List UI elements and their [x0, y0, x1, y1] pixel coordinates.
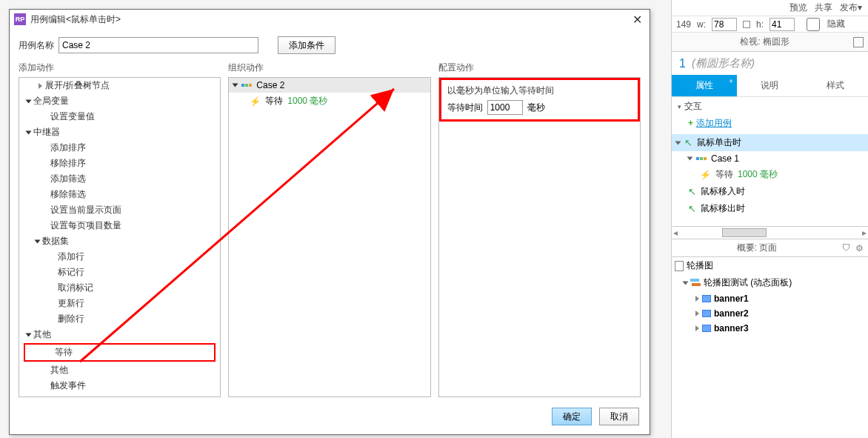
bolt-icon: ⚡ — [250, 96, 261, 107]
add-condition-button[interactable]: 添加条件 — [278, 36, 335, 54]
case-name-input[interactable] — [59, 37, 258, 53]
organize-action-column: 组织动作 Case 2 ⚡ 等待 1000 毫秒 — [228, 60, 430, 397]
outline-title: 概要: 页面 — [676, 242, 838, 254]
menu-publish[interactable]: 发布▾ — [840, 1, 862, 14]
dialog-title: 用例编辑<鼠标单击时> — [30, 13, 630, 26]
case-name-label: 用例名称 — [19, 39, 54, 52]
close-icon[interactable]: ✕ — [630, 13, 645, 27]
tree-expand-collapse[interactable]: 展开/折叠树节点 — [19, 78, 220, 93]
case-name-row: 用例名称 添加条件 — [10, 29, 650, 57]
tree-set-current-page[interactable]: 设置当前显示页面 — [19, 202, 220, 218]
config-action-box: 以毫秒为单位输入等待时间 等待时间 毫秒 — [438, 77, 641, 397]
tab-notes[interactable]: 说明 — [737, 75, 802, 96]
tree-add-row[interactable]: 添加行 — [19, 249, 220, 265]
state-icon — [702, 325, 711, 332]
wait-action-row[interactable]: ⚡ 等待 1000 毫秒 — [672, 166, 868, 183]
event-mouse-out[interactable]: ↖ 鼠标移出时 — [672, 200, 868, 217]
menu-share[interactable]: 共享 — [815, 1, 832, 14]
tree-other[interactable]: 其他 — [19, 362, 220, 378]
shape-name-row: 1 (椭圆形名称) — [672, 52, 868, 75]
add-action-header: 添加动作 — [19, 60, 221, 77]
tab-style[interactable]: 样式 — [803, 75, 868, 96]
outline-banner3[interactable]: banner3 — [672, 321, 868, 336]
organize-wait-row[interactable]: ⚡ 等待 1000 毫秒 — [229, 93, 430, 110]
tree-trigger-event[interactable]: 触发事件 — [19, 378, 220, 394]
dialog-columns: 添加动作 展开/折叠树节点 全局变量 设置变量值 中继器 添加排序 移除排序 添… — [10, 57, 650, 402]
outline-banner1[interactable]: banner1 — [672, 291, 868, 306]
case-editor-dialog: RP 用例编辑<鼠标单击时> ✕ 用例名称 添加条件 添加动作 展开/折叠树节点… — [9, 9, 650, 435]
add-action-tree: 展开/折叠树节点 全局变量 设置变量值 中继器 添加排序 移除排序 添加筛选 移… — [19, 77, 221, 397]
page-icon[interactable] — [853, 37, 864, 47]
scroll-thumb[interactable] — [722, 228, 767, 237]
wait-time-input[interactable] — [487, 100, 523, 115]
mouse-out-icon: ↖ — [688, 203, 696, 214]
tree-dataset[interactable]: 数据集 — [19, 233, 220, 249]
tree-remove-sort[interactable]: 移除排序 — [19, 156, 220, 171]
gear-icon[interactable]: ⚙ — [855, 243, 864, 253]
tree-wait-highlighted[interactable]: 等待 — [24, 343, 216, 362]
tree-add-filter[interactable]: 添加筛选 — [19, 171, 220, 187]
outline-banner2[interactable]: banner2 — [672, 306, 868, 321]
add-case-link[interactable]: +添加用例 — [672, 116, 868, 134]
cancel-button[interactable]: 取消 — [599, 408, 639, 425]
chevron-down-icon — [687, 157, 693, 161]
flow-icon — [241, 84, 252, 87]
tree-set-items-per-page[interactable]: 设置每页项目数量 — [19, 218, 220, 233]
config-action-column: 配置动作 以毫秒为单位输入等待时间 等待时间 毫秒 — [438, 60, 641, 397]
wait-time-label: 等待时间 — [447, 102, 483, 114]
inspector-tabs: 属性* 说明 样式 — [672, 75, 868, 97]
tree-other-group[interactable]: 其他 — [19, 327, 220, 342]
outline-carousel-test[interactable]: 轮播图测试 (动态面板) — [672, 274, 868, 291]
chevron-down-icon — [26, 99, 32, 103]
outline-header: 概要: 页面 ⛉ ⚙ — [672, 239, 868, 257]
config-action-header: 配置动作 — [438, 60, 641, 77]
tree-mark-row[interactable]: 标记行 — [19, 265, 220, 280]
organize-case-row[interactable]: Case 2 — [229, 78, 430, 93]
chevron-down-icon — [35, 239, 41, 243]
chevron-down-icon — [26, 130, 32, 134]
filter-icon[interactable]: ⛉ — [842, 243, 851, 253]
lock-aspect-icon[interactable] — [743, 21, 750, 28]
tree-update-row[interactable]: 更新行 — [19, 296, 220, 311]
chevron-right-icon — [695, 296, 699, 302]
tree-delete-row[interactable]: 删除行 — [19, 311, 220, 327]
shape-name-placeholder[interactable]: (椭圆形名称) — [692, 56, 755, 70]
background-menu-hints — [0, 0, 671, 9]
tab-properties[interactable]: 属性* — [672, 75, 737, 96]
tree-repeater[interactable]: 中继器 — [19, 125, 220, 140]
chevron-right-icon — [695, 311, 699, 316]
organize-action-header: 组织动作 — [228, 60, 430, 77]
tree-global-var[interactable]: 全局变量 — [19, 93, 220, 109]
case-1-row[interactable]: Case 1 — [672, 151, 868, 166]
config-highlight-box: 以毫秒为单位输入等待时间 等待时间 毫秒 — [439, 78, 640, 122]
inspector-title: 检视: 椭圆形 — [676, 36, 853, 48]
dialog-titlebar: RP 用例编辑<鼠标单击时> ✕ — [10, 10, 650, 29]
outline-carousel[interactable]: 轮播图 — [672, 257, 868, 274]
h-label: h: — [756, 19, 764, 30]
add-action-column: 添加动作 展开/折叠树节点 全局变量 设置变量值 中继器 添加排序 移除排序 添… — [19, 60, 221, 397]
hidden-checkbox[interactable]: 隐藏 — [801, 18, 845, 31]
event-mouse-in[interactable]: ↖ 鼠标移入时 — [672, 183, 868, 200]
tree-unmark-row[interactable]: 取消标记 — [19, 280, 220, 296]
menu-preview[interactable]: 预览 — [789, 1, 807, 14]
state-icon — [702, 310, 711, 317]
flow-icon — [696, 157, 707, 160]
app-logo-icon: RP — [14, 13, 26, 25]
mouse-in-icon: ↖ — [688, 186, 696, 197]
background-inspector-panel: 预览 共享 发布▾ 149 w: h: 隐藏 检视: 椭圆形 1 (椭圆形名称)… — [671, 0, 868, 438]
tree-add-sort[interactable]: 添加排序 — [19, 140, 220, 156]
horizontal-scrollbar[interactable]: ◂ ▸ — [672, 226, 868, 239]
shape-number: 1 — [679, 57, 686, 70]
event-click[interactable]: ↖ 鼠标单击时 — [672, 134, 868, 151]
chevron-down-icon — [233, 84, 238, 87]
height-input[interactable] — [769, 18, 795, 31]
tree-remove-filter[interactable]: 移除筛选 — [19, 187, 220, 202]
inspector-header: 检视: 椭圆形 — [672, 33, 868, 52]
dimension-toolbar: 149 w: h: 隐藏 — [672, 16, 868, 33]
organize-action-list: Case 2 ⚡ 等待 1000 毫秒 — [228, 77, 430, 397]
width-input[interactable] — [712, 18, 737, 31]
w-prefix-number: 149 — [676, 19, 691, 30]
tree-set-var[interactable]: 设置变量值 — [19, 109, 220, 125]
ok-button[interactable]: 确定 — [552, 408, 592, 425]
section-interaction[interactable]: ▾交互 — [672, 97, 868, 116]
